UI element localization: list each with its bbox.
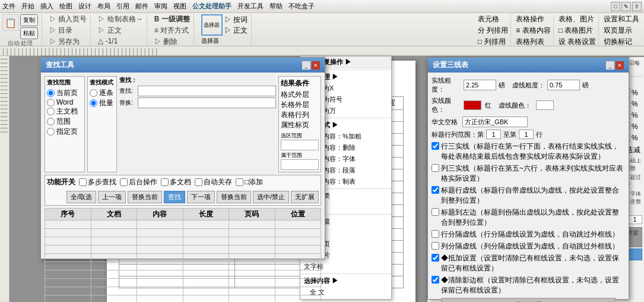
find-input[interactable] [138, 86, 276, 96]
cell [229, 279, 275, 287]
view-range-box: 查找范围 当前页 Word 主文档 范围 指定页 [45, 76, 85, 172]
tab-extra[interactable]: 不吃盒子 [288, 2, 315, 11]
tool-insert-toc[interactable]: ▷ 目录 [49, 26, 87, 36]
extra-align-center[interactable]: ≡ 对齐方式 [154, 26, 190, 36]
rt-btn2[interactable]: □ 列排用 [478, 37, 508, 47]
cb-col-dash[interactable]: 列分隔虚线（列分隔虚线设置为虚线，自动跳过外框线） [432, 241, 625, 251]
rs-adjust-count-input[interactable] [627, 215, 642, 224]
tool-insert-page[interactable]: ▷ 插入页号 [49, 14, 87, 24]
tab-ref[interactable]: 引用 [116, 2, 129, 11]
cb-row-dash[interactable]: 行分隔虚线（行分隔虚线设置为虚线，自动跳过外框线） [432, 229, 625, 240]
sel-opt1[interactable]: ▷ 按词 [224, 15, 248, 25]
comment-btn[interactable]: □ [611, 2, 620, 11]
virtual-color-swatch[interactable] [536, 100, 554, 110]
cell [45, 237, 91, 246]
virtual-unit: 磅 [582, 81, 589, 90]
cell [275, 254, 321, 262]
real-color-swatch[interactable] [464, 100, 481, 110]
tab-file[interactable]: 文件 [2, 2, 15, 11]
cell [91, 254, 137, 262]
edit-btn[interactable]: ✎ [621, 2, 631, 11]
real-width-input[interactable] [464, 80, 496, 90]
selector-options: ▷ 按词 ▷ 正文 [224, 15, 248, 36]
selector-box[interactable]: 选择器 [201, 14, 223, 36]
find-dialog-minimize[interactable]: _ [302, 61, 310, 70]
tab-draw[interactable]: 绘图 [59, 2, 72, 11]
replace-current-btn[interactable]: 替换当前 [128, 191, 162, 203]
rt-btn1[interactable]: 分 列排用 [478, 26, 508, 36]
cell [229, 237, 275, 246]
copy-btn[interactable]: 复制 [20, 14, 38, 26]
share-btn[interactable]: ⇧ [632, 2, 642, 11]
tab-insert[interactable]: 插入 [40, 2, 53, 11]
format-align[interactable]: ▷ 绘制表格→ [98, 14, 142, 24]
tab-view[interactable]: 视图 [173, 2, 186, 11]
header-from-input[interactable] [486, 130, 501, 139]
cell [91, 287, 137, 295]
auto-save-check[interactable]: 自动关存 [195, 177, 232, 187]
tab-mail[interactable]: 邮件 [135, 2, 148, 11]
find-mode-sequential[interactable]: 逐条 [90, 88, 115, 98]
tab-help[interactable]: 帮助 [269, 2, 283, 11]
cb-col-real-line[interactable]: 列三实线（标题行在第五~六行，表格末列实线实线对应表格实际设置） [432, 163, 625, 184]
background-replace-check[interactable]: 后台操作 [120, 177, 157, 187]
extra-bold[interactable]: B 一级调整 [154, 14, 190, 24]
cell [137, 287, 183, 295]
replace-next-btn[interactable]: 替换当前 [217, 191, 251, 203]
find-btn[interactable]: 查找 [164, 191, 185, 203]
next-btn[interactable]: 下一项 [187, 191, 215, 203]
expand-btn[interactable]: 无扩展 [291, 191, 319, 203]
find-dialog-close[interactable]: ✕ [312, 61, 320, 70]
tab-review[interactable]: 审阅 [154, 2, 167, 11]
cb-header-left[interactable]: 标题到左边（标题到份隔出虚线以为虚线，按此处设置整合到整列位置） [432, 207, 625, 228]
view-mode-range[interactable]: 范围 [47, 117, 83, 127]
cb-clear-border[interactable]: ◆清除影边框（设置时清除已有框线设置，未勾选，设置保留已有框线设置） [432, 275, 625, 295]
format-text[interactable]: △ -1/1 [98, 37, 142, 45]
header-row-range: 标题行列范围：第 至第 行 [432, 130, 625, 139]
cb-header-dash[interactable]: 标题行虚线（标题行自带虚线以为虚线，按此处设置整合到整列位置） [432, 185, 625, 206]
result-row [45, 237, 321, 246]
col-doc: 文档 [91, 209, 137, 221]
ts-dialog-controls: _ ✕ [606, 61, 624, 70]
header-to-input[interactable] [519, 130, 534, 139]
ts-dialog-minimize[interactable]: _ [606, 61, 614, 70]
select-in-area-btn[interactable]: 选中/禁止 [253, 191, 289, 203]
multi-file-check[interactable]: 多文档 [161, 177, 191, 187]
cell [45, 295, 91, 303]
cell [137, 262, 183, 270]
add-check[interactable]: □添加 [236, 177, 263, 187]
cb-real-line[interactable]: 行三实线（标题行在第一行下面，表格行结束实线实线，每处表格结束最后线包含整实线对… [432, 141, 625, 162]
virtual-width-input[interactable] [547, 80, 580, 90]
ts-dialog-close[interactable]: ✕ [616, 61, 624, 70]
toolbar-row2: 📋 复制 粘贴 自动 处理 ▷ 插入页号 ▷ 目录 ▷ 另存为 ▷ 转存PDF … [0, 13, 644, 46]
paste-special-btn[interactable]: 粘贴 [20, 27, 38, 39]
view-mode-current-page[interactable]: 当前页 [47, 88, 83, 98]
flood-area-input[interactable] [281, 159, 319, 170]
tab-assistant[interactable]: 公文处理助手 [192, 2, 231, 11]
find-mode-batch[interactable]: 批量 [90, 98, 115, 108]
tab-dev[interactable]: 开发工具 [237, 2, 264, 11]
paste-btn[interactable]: 📋 [2, 14, 19, 31]
result-range-label: 选区范围 [281, 132, 319, 140]
tab-layout[interactable]: 布局 [97, 2, 110, 11]
cell [45, 229, 91, 237]
view-mode-word[interactable]: Word [47, 98, 83, 106]
tab-start[interactable]: 开始 [21, 2, 34, 11]
cell [183, 229, 229, 237]
multi-step-check[interactable]: 多步查找 [79, 177, 116, 187]
format-indent[interactable]: ▷ 正文 [98, 26, 142, 36]
result-range-input[interactable] [281, 140, 319, 150]
start-process-btn[interactable]: 开始处理 [441, 298, 615, 302]
sel-opt2[interactable]: ▷ 正文 [224, 26, 248, 36]
replace-input[interactable] [138, 97, 276, 108]
cb-add-setting[interactable]: ◆抵加设置（设置时清除已有框线设置，未勾选，设置保留已有框线设置） [432, 253, 625, 273]
space-font-input[interactable] [462, 117, 528, 127]
tool-insert-field[interactable]: ▷ 另存为 [49, 37, 87, 47]
extra-spacing[interactable]: ▷ 删除 [154, 37, 190, 47]
select-all-btn[interactable]: 全/取选 [66, 191, 96, 203]
view-mode-page[interactable]: 指定页 [47, 127, 83, 137]
prev-btn[interactable]: 上一项 [98, 191, 126, 203]
tab-design[interactable]: 设计 [78, 2, 91, 11]
view-mode-main[interactable]: 主文档 [47, 106, 83, 117]
find-fields-title: 查找： [119, 76, 276, 84]
